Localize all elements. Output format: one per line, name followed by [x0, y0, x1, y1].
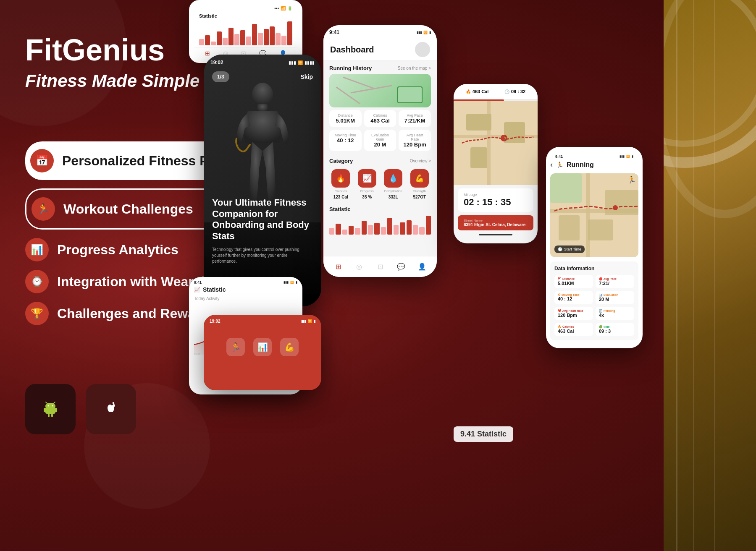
see-map-link[interactable]: See on the map >: [398, 66, 431, 71]
onboard-status-icons: ▮▮▮ 🛜 ▮▮▮▮: [289, 60, 315, 65]
category-strength[interactable]: 💪 Strength 527OT: [408, 169, 431, 199]
dash-bar: [374, 223, 379, 235]
dash-wifi: 🛜: [423, 31, 428, 34]
nav-stats[interactable]: ◎: [354, 262, 364, 272]
svg-rect-5: [48, 414, 50, 417]
stat-value-pace: 7:21/KM: [402, 118, 428, 124]
track-curve-right: [664, 0, 756, 218]
red-nav-item-2[interactable]: 📊: [253, 338, 272, 356]
red-nav-item-1[interactable]: 🏃: [226, 338, 245, 356]
onboard-text-block: Your Ultimate Fitness Companion for Onbo…: [204, 197, 321, 264]
apple-store-button[interactable]: [86, 384, 136, 434]
red-bottom-nav: 🏃 📊 💪: [204, 338, 321, 356]
dash-signal: ▮▮▮: [417, 31, 422, 34]
stat-box-moving-time: Moving Time 40 : 12: [329, 130, 362, 151]
svg-text:🏃: 🏃: [503, 136, 508, 141]
category-title: Category: [329, 158, 353, 164]
category-val-dehydration: 332L: [388, 195, 398, 199]
svg-rect-20: [470, 147, 487, 168]
data-value-moving-time-2: 40 : 12: [558, 296, 590, 301]
dot-3[interactable]: [269, 278, 273, 281]
feature-icon-fitness-plans: 📅: [30, 149, 54, 172]
back-button[interactable]: ‹: [550, 160, 553, 169]
running-bottom-screen: 9:41 ▮▮▮ 🛜 ▮ ‹ 🏃 Running: [546, 147, 643, 348]
bar-item: [287, 21, 292, 45]
svg-rect-25: [586, 173, 590, 257]
bar-item: [205, 35, 210, 45]
category-name-calories: Calories: [335, 189, 347, 193]
dash-bar: [413, 225, 418, 235]
stat-label-calories: Calories: [368, 113, 393, 118]
stat-value-distance: 5.01KM: [333, 118, 358, 124]
data-box-time-2: 🟢 time 09 : 3: [596, 323, 634, 336]
nav-chat[interactable]: 💬: [396, 262, 406, 272]
bar-item: [228, 28, 234, 45]
bar-item: [234, 34, 239, 45]
android-store-button[interactable]: [25, 384, 76, 434]
time-badge: 🕐 09 : 32: [504, 89, 525, 94]
onboard-signal: ▮▮▮: [289, 60, 296, 65]
dash-bar: [419, 227, 424, 235]
overview-link[interactable]: Overview >: [410, 159, 431, 163]
top-stat-status-bar: ▪▪▪ 📶 🔋: [194, 3, 297, 12]
data-box-pending: 🔄 Pending 4x: [596, 307, 634, 320]
category-val-strength: 527OT: [413, 195, 426, 199]
running-top-stats: 🔥 463 Cal 🕐 09 : 32: [454, 84, 538, 99]
bar-item: [199, 39, 204, 45]
slide-indicator: 1/3: [212, 71, 229, 82]
nav-home[interactable]: ⊞: [333, 262, 343, 272]
dashboard-bottom-nav: ⊞ ◎ ⊡ 💬 👤: [323, 256, 437, 277]
red-battery: ▮: [314, 319, 315, 323]
category-icon-calories: 🔥: [331, 169, 350, 188]
category-calories[interactable]: 🔥 Calories 123 Cal: [329, 169, 352, 199]
skip-button[interactable]: Skip: [300, 73, 313, 80]
red-signal: ▮▮▮: [301, 319, 306, 323]
dash-chart: [323, 215, 437, 238]
bar-item: [276, 33, 281, 45]
stat-box-eval-gain: Evaluation Gain 20 M: [364, 130, 396, 151]
running-map: [329, 74, 431, 107]
stat-title-row: 📈 Statistic: [194, 286, 297, 293]
phone-running-bottom: 9:41 ▮▮▮ 🛜 ▮ ‹ 🏃 Running: [546, 147, 643, 348]
start-time-badge: 🕐 Start Time: [554, 245, 585, 253]
svg-point-7: [48, 405, 49, 407]
street-label: Street Name: [464, 219, 528, 222]
user-avatar[interactable]: [415, 42, 430, 57]
bar-item: [240, 30, 245, 45]
feature-icon-progress-analytics: 📊: [25, 238, 49, 261]
lane-line-1: [676, 0, 677, 551]
stat-bot-wifi: 🛜: [290, 281, 294, 284]
home-indicator: [479, 234, 512, 235]
nav-scan[interactable]: ⊡: [375, 262, 385, 272]
battery-icon: 🔋: [287, 6, 292, 10]
red-nav-icon-1: 🏃: [226, 338, 245, 356]
dash-title: Dashboard: [330, 45, 374, 55]
clock-icon-2: 🕐: [558, 247, 562, 251]
stat-label-moving-time: Moving Time: [333, 133, 358, 137]
stats-grid: Distance 5.01KM Calories 463 Cal Avg Pac…: [323, 107, 437, 154]
top-stat-title: Statistic: [199, 13, 292, 18]
category-progress[interactable]: 📈 Progress 35 %: [356, 169, 379, 199]
category-dehydration[interactable]: 💧 Dehydration 332L: [382, 169, 405, 199]
data-box-distance: 🚩 Distance 5.01KM: [554, 275, 593, 288]
running-top-screen: 🔥 463 Cal 🕐 09 : 32: [454, 84, 538, 243]
athlete-bg: [204, 55, 321, 306]
onboard-top-bar: 1/3 Skip: [204, 71, 321, 82]
stat-value-moving-time: 40 : 12: [333, 137, 358, 144]
red-nav-item-3[interactable]: 💪: [280, 338, 299, 356]
data-grid: 🚩 Distance 5.01KM 🔴 Avg Pace 7:21/ ⏱ Mov…: [554, 275, 634, 336]
dash-statistic-header: Statistic: [323, 202, 437, 215]
data-label-time-2: 🟢 time: [599, 325, 631, 329]
dot-1[interactable]: [252, 278, 261, 281]
nav-profile[interactable]: 👤: [417, 262, 427, 272]
signal-icon: ▪▪▪: [274, 6, 279, 10]
bar-item: [217, 31, 222, 45]
feature-label-workout-challenges: Workout Challenges: [63, 201, 193, 217]
bar-item: [223, 38, 228, 45]
stat-value-eval-gain: 20 M: [368, 141, 393, 148]
slide-dots: [252, 278, 273, 281]
data-label-moving-time-2: ⏱ Moving Time: [558, 293, 590, 296]
mileage-value: 02 : 15 : 35: [464, 197, 528, 208]
dot-2[interactable]: [263, 278, 267, 281]
dash-bar: [355, 228, 360, 235]
